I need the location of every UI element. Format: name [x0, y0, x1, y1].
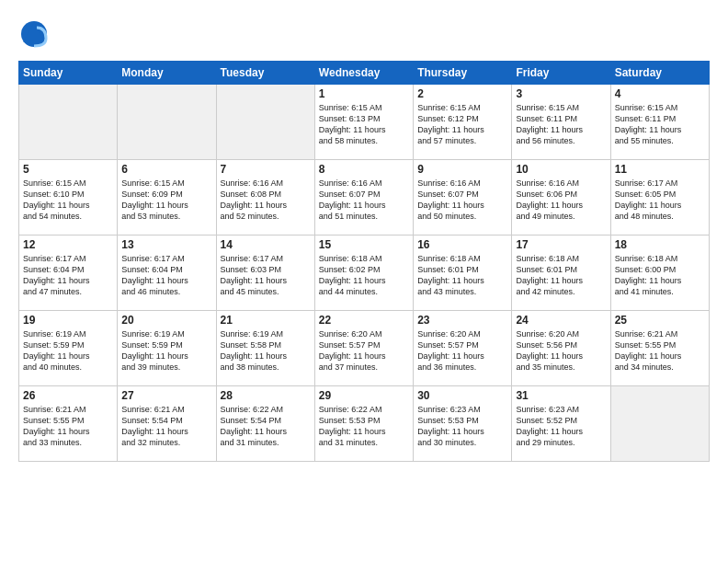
day-info: Sunrise: 6:17 AMSunset: 6:05 PMDaylight:… — [615, 178, 705, 223]
day-number: 14 — [221, 238, 311, 251]
day-info: Sunrise: 6:17 AMSunset: 6:04 PMDaylight:… — [121, 253, 211, 298]
col-sunday: Sunday — [19, 62, 118, 85]
day-number: 29 — [319, 389, 409, 402]
calendar-week-row: 12Sunrise: 6:17 AMSunset: 6:04 PMDayligh… — [19, 236, 710, 311]
day-info: Sunrise: 6:15 AMSunset: 6:12 PMDaylight:… — [417, 102, 507, 147]
day-info: Sunrise: 6:21 AMSunset: 5:54 PMDaylight:… — [121, 404, 211, 449]
day-info: Sunrise: 6:17 AMSunset: 6:03 PMDaylight:… — [221, 253, 311, 298]
table-cell: 28Sunrise: 6:22 AMSunset: 5:54 PMDayligh… — [216, 386, 314, 462]
day-info: Sunrise: 6:20 AMSunset: 5:56 PMDaylight:… — [516, 328, 606, 373]
day-info: Sunrise: 6:19 AMSunset: 5:59 PMDaylight:… — [23, 328, 113, 373]
day-number: 16 — [417, 238, 507, 251]
day-number: 25 — [615, 314, 705, 327]
day-number: 13 — [121, 238, 211, 251]
table-cell: 30Sunrise: 6:23 AMSunset: 5:53 PMDayligh… — [414, 386, 512, 462]
day-info: Sunrise: 6:15 AMSunset: 6:11 PMDaylight:… — [615, 102, 705, 147]
day-number: 4 — [615, 87, 705, 100]
page: Sunday Monday Tuesday Wednesday Thursday… — [0, 0, 728, 563]
col-thursday: Thursday — [414, 62, 512, 85]
col-friday: Friday — [512, 62, 610, 85]
day-info: Sunrise: 6:22 AMSunset: 5:54 PMDaylight:… — [221, 404, 311, 449]
day-number: 17 — [516, 238, 606, 251]
day-number: 8 — [319, 163, 409, 176]
table-cell: 25Sunrise: 6:21 AMSunset: 5:55 PMDayligh… — [610, 311, 709, 386]
day-number: 11 — [615, 163, 705, 176]
day-number: 19 — [23, 314, 113, 327]
day-number: 3 — [516, 87, 606, 100]
day-info: Sunrise: 6:18 AMSunset: 6:00 PMDaylight:… — [615, 253, 705, 298]
table-cell: 7Sunrise: 6:16 AMSunset: 6:08 PMDaylight… — [216, 160, 314, 236]
table-cell: 22Sunrise: 6:20 AMSunset: 5:57 PMDayligh… — [314, 311, 413, 386]
day-number: 27 — [121, 389, 211, 402]
day-number: 22 — [319, 314, 409, 327]
table-cell: 16Sunrise: 6:18 AMSunset: 6:01 PMDayligh… — [414, 236, 512, 311]
calendar-week-row: 1Sunrise: 6:15 AMSunset: 6:13 PMDaylight… — [19, 85, 710, 160]
day-number: 18 — [615, 238, 705, 251]
day-number: 26 — [23, 389, 113, 402]
table-cell: 29Sunrise: 6:22 AMSunset: 5:53 PMDayligh… — [314, 386, 413, 462]
day-number: 9 — [417, 163, 507, 176]
table-cell — [19, 85, 118, 160]
day-info: Sunrise: 6:23 AMSunset: 5:53 PMDaylight:… — [417, 404, 507, 449]
col-wednesday: Wednesday — [314, 62, 413, 85]
day-info: Sunrise: 6:17 AMSunset: 6:04 PMDaylight:… — [23, 253, 113, 298]
day-number: 5 — [23, 163, 113, 176]
day-number: 21 — [221, 314, 311, 327]
day-info: Sunrise: 6:22 AMSunset: 5:53 PMDaylight:… — [319, 404, 409, 449]
day-info: Sunrise: 6:19 AMSunset: 5:59 PMDaylight:… — [121, 328, 211, 373]
calendar-header-row: Sunday Monday Tuesday Wednesday Thursday… — [19, 62, 710, 85]
calendar-table: Sunday Monday Tuesday Wednesday Thursday… — [18, 61, 710, 462]
day-number: 24 — [516, 314, 606, 327]
day-number: 31 — [516, 389, 606, 402]
table-cell: 11Sunrise: 6:17 AMSunset: 6:05 PMDayligh… — [610, 160, 709, 236]
table-cell: 9Sunrise: 6:16 AMSunset: 6:07 PMDaylight… — [414, 160, 512, 236]
table-cell: 12Sunrise: 6:17 AMSunset: 6:04 PMDayligh… — [19, 236, 118, 311]
table-cell: 31Sunrise: 6:23 AMSunset: 5:52 PMDayligh… — [512, 386, 610, 462]
table-cell: 6Sunrise: 6:15 AMSunset: 6:09 PMDaylight… — [118, 160, 216, 236]
table-cell: 27Sunrise: 6:21 AMSunset: 5:54 PMDayligh… — [118, 386, 216, 462]
day-number: 12 — [23, 238, 113, 251]
table-cell: 18Sunrise: 6:18 AMSunset: 6:00 PMDayligh… — [610, 236, 709, 311]
day-info: Sunrise: 6:16 AMSunset: 6:07 PMDaylight:… — [319, 178, 409, 223]
day-number: 10 — [516, 163, 606, 176]
day-info: Sunrise: 6:16 AMSunset: 6:07 PMDaylight:… — [417, 178, 507, 223]
day-info: Sunrise: 6:15 AMSunset: 6:10 PMDaylight:… — [23, 178, 113, 223]
day-info: Sunrise: 6:16 AMSunset: 6:06 PMDaylight:… — [516, 178, 606, 223]
day-number: 7 — [221, 163, 311, 176]
day-info: Sunrise: 6:18 AMSunset: 6:01 PMDaylight:… — [516, 253, 606, 298]
table-cell: 19Sunrise: 6:19 AMSunset: 5:59 PMDayligh… — [19, 311, 118, 386]
table-cell: 26Sunrise: 6:21 AMSunset: 5:55 PMDayligh… — [19, 386, 118, 462]
table-cell: 5Sunrise: 6:15 AMSunset: 6:10 PMDaylight… — [19, 160, 118, 236]
table-cell: 10Sunrise: 6:16 AMSunset: 6:06 PMDayligh… — [512, 160, 610, 236]
table-cell: 8Sunrise: 6:16 AMSunset: 6:07 PMDaylight… — [314, 160, 413, 236]
table-cell: 21Sunrise: 6:19 AMSunset: 5:58 PMDayligh… — [216, 311, 314, 386]
day-number: 15 — [319, 238, 409, 251]
day-info: Sunrise: 6:23 AMSunset: 5:52 PMDaylight:… — [516, 404, 606, 449]
table-cell — [118, 85, 216, 160]
table-cell: 15Sunrise: 6:18 AMSunset: 6:02 PMDayligh… — [314, 236, 413, 311]
table-cell: 2Sunrise: 6:15 AMSunset: 6:12 PMDaylight… — [414, 85, 512, 160]
day-number: 20 — [121, 314, 211, 327]
table-cell: 3Sunrise: 6:15 AMSunset: 6:11 PMDaylight… — [512, 85, 610, 160]
table-cell: 20Sunrise: 6:19 AMSunset: 5:59 PMDayligh… — [118, 311, 216, 386]
col-saturday: Saturday — [610, 62, 709, 85]
day-info: Sunrise: 6:20 AMSunset: 5:57 PMDaylight:… — [417, 328, 507, 373]
day-info: Sunrise: 6:18 AMSunset: 6:01 PMDaylight:… — [417, 253, 507, 298]
table-cell: 24Sunrise: 6:20 AMSunset: 5:56 PMDayligh… — [512, 311, 610, 386]
day-number: 6 — [121, 163, 211, 176]
logo-icon — [18, 18, 50, 50]
day-number: 30 — [417, 389, 507, 402]
day-number: 2 — [417, 87, 507, 100]
table-cell: 1Sunrise: 6:15 AMSunset: 6:13 PMDaylight… — [314, 85, 413, 160]
calendar-week-row: 5Sunrise: 6:15 AMSunset: 6:10 PMDaylight… — [19, 160, 710, 236]
table-cell — [610, 386, 709, 462]
col-monday: Monday — [118, 62, 216, 85]
logo — [18, 18, 53, 50]
day-info: Sunrise: 6:21 AMSunset: 5:55 PMDaylight:… — [23, 404, 113, 449]
day-info: Sunrise: 6:19 AMSunset: 5:58 PMDaylight:… — [221, 328, 311, 373]
day-info: Sunrise: 6:15 AMSunset: 6:11 PMDaylight:… — [516, 102, 606, 147]
table-cell — [216, 85, 314, 160]
calendar-week-row: 26Sunrise: 6:21 AMSunset: 5:55 PMDayligh… — [19, 386, 710, 462]
table-cell: 13Sunrise: 6:17 AMSunset: 6:04 PMDayligh… — [118, 236, 216, 311]
header — [18, 18, 710, 50]
